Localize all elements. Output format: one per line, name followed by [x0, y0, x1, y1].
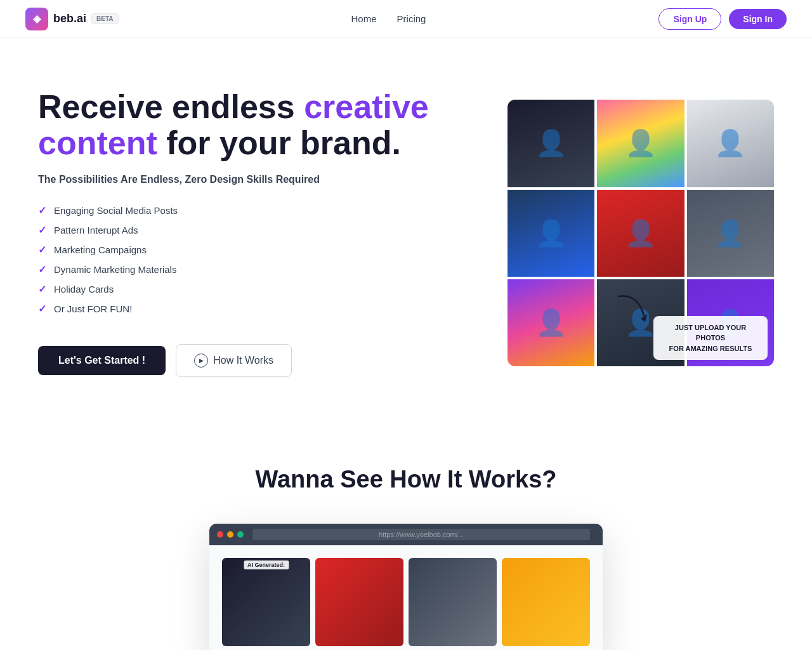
- feature-text: Holiday Cards: [54, 284, 114, 295]
- nav-home[interactable]: Home: [351, 13, 377, 24]
- person-6: 👤: [687, 190, 774, 277]
- hero-section: Receive endless creative content for you…: [0, 38, 812, 415]
- demo-thumb-3: [409, 558, 497, 646]
- browser-bar: https://www.yoelbob.com/...: [209, 524, 603, 545]
- signup-button[interactable]: Sign Up: [658, 8, 721, 30]
- person-3: 👤: [687, 100, 774, 187]
- logo-icon: ◈: [25, 8, 48, 30]
- feature-item: ✓Engaging Social Media Posts: [38, 201, 431, 220]
- person-4: 👤: [508, 190, 594, 277]
- grid-image-7: 👤: [508, 279, 594, 366]
- demo-label: AI Generated:: [244, 560, 289, 569]
- nav-actions: Sign Up Sign In: [658, 8, 787, 30]
- how-it-works-button[interactable]: ▶ How It Works: [176, 344, 292, 377]
- logo-area[interactable]: ◈ beb.ai BETA: [25, 8, 119, 30]
- demo-content-grid: AI Generated:: [209, 545, 603, 650]
- feature-text: Engaging Social Media Posts: [54, 205, 178, 216]
- person-7: 👤: [508, 279, 594, 366]
- person-1: 👤: [508, 100, 594, 187]
- feature-item: ✓Pattern Interupt Ads: [38, 220, 431, 240]
- hero-content: Receive endless creative content for you…: [38, 89, 431, 377]
- grid-image-1: 👤: [508, 100, 594, 187]
- hero-title-part1: Receive endless: [38, 88, 304, 125]
- signin-button[interactable]: Sign In: [729, 9, 787, 29]
- browser-dot-close: [217, 531, 223, 538]
- check-icon: ✓: [38, 303, 46, 315]
- logo-text: beb.ai: [53, 12, 86, 25]
- how-it-works-label: How It Works: [213, 355, 273, 366]
- browser-dot-max: [237, 531, 244, 538]
- feature-text: Dynamic Marketing Materials: [54, 264, 176, 275]
- section-title: Wanna See How It Works?: [38, 466, 774, 493]
- nav-pricing[interactable]: Pricing: [397, 13, 426, 24]
- grid-image-6: 👤: [687, 190, 774, 277]
- hero-image-area: 👤 👤 👤 👤 👤 👤: [508, 100, 774, 366]
- nav-links: Home Pricing: [351, 13, 426, 24]
- check-icon: ✓: [38, 204, 46, 216]
- play-icon: ▶: [194, 354, 208, 368]
- upload-line2: FOR AMAZING RESULTS: [669, 345, 752, 352]
- beta-badge: BETA: [91, 13, 118, 24]
- grid-image-3: 👤: [687, 100, 774, 187]
- grid-image-4: 👤: [508, 190, 594, 277]
- hero-features-list: ✓Engaging Social Media Posts ✓Pattern In…: [38, 201, 431, 319]
- browser-dot-min: [227, 531, 233, 538]
- hero-cta-group: Let's Get Started ! ▶ How It Works: [38, 344, 431, 377]
- demo-thumb-2: [315, 558, 403, 646]
- image-grid-wrapper: 👤 👤 👤 👤 👤 👤: [508, 100, 774, 366]
- check-icon: ✓: [38, 244, 46, 256]
- get-started-button[interactable]: Let's Get Started !: [38, 346, 166, 375]
- grid-image-2: 👤: [597, 100, 684, 187]
- hero-title: Receive endless creative content for you…: [38, 89, 431, 161]
- check-icon: ✓: [38, 283, 46, 295]
- person-5: 👤: [597, 190, 684, 277]
- upload-line1: JUST UPLOAD YOUR PHOTOS: [675, 324, 746, 342]
- feature-text: Marketing Campaigns: [54, 244, 147, 255]
- arrow-decoration: [612, 290, 650, 328]
- feature-item: ✓Or Just FOR FUN!: [38, 299, 431, 319]
- how-it-works-section: Wanna See How It Works? https://www.yoel…: [0, 415, 812, 650]
- feature-text: Or Just FOR FUN!: [54, 303, 132, 314]
- grid-image-5: 👤: [597, 190, 684, 277]
- feature-item: ✓Dynamic Marketing Materials: [38, 260, 431, 279]
- demo-thumb-4: [502, 558, 590, 646]
- feature-text: Pattern Interupt Ads: [54, 225, 138, 235]
- hero-subtitle: The Possibilities Are Endless, Zero Desi…: [38, 174, 431, 185]
- check-icon: ✓: [38, 224, 46, 236]
- browser-url: https://www.yoelbob.com/...: [252, 529, 590, 540]
- demo-thumb-1: AI Generated:: [222, 558, 310, 646]
- upload-label: JUST UPLOAD YOUR PHOTOS FOR AMAZING RESU…: [653, 316, 768, 361]
- feature-item: ✓Marketing Campaigns: [38, 240, 431, 260]
- person-2: 👤: [597, 100, 684, 187]
- demo-browser: https://www.yoelbob.com/... AI Generated…: [209, 524, 603, 650]
- hero-title-part2: for your brand.: [157, 124, 401, 161]
- navbar: ◈ beb.ai BETA Home Pricing Sign Up Sign …: [0, 0, 812, 38]
- feature-item: ✓Holiday Cards: [38, 279, 431, 299]
- check-icon: ✓: [38, 263, 46, 275]
